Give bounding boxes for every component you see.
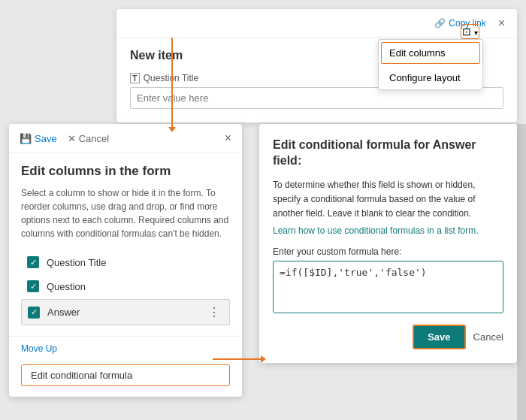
main-wrapper: 🔗 Copy link ⊡ ▾ × Edit columns Configure… bbox=[0, 0, 526, 420]
formula-footer: Save Cancel bbox=[273, 325, 503, 349]
column-item-question: Question bbox=[21, 275, 230, 298]
formula-save-button[interactable]: Save bbox=[413, 325, 465, 349]
formula-link[interactable]: Learn how to use conditional formulas in… bbox=[273, 224, 503, 237]
edit-conditional-formula-box[interactable]: Edit conditional formula bbox=[21, 364, 230, 386]
close-button[interactable]: × bbox=[494, 15, 509, 32]
edit-columns-panel: 💾 Save ✕ Cancel × Edit columns in the fo… bbox=[9, 124, 242, 397]
move-up-button[interactable]: Move Up bbox=[21, 343, 57, 354]
dropdown-item-configure-layout[interactable]: Configure layout bbox=[379, 66, 482, 89]
dropdown-item-edit-columns[interactable]: Edit columns bbox=[381, 42, 480, 64]
formula-cancel-button[interactable]: Cancel bbox=[473, 331, 503, 343]
dropdown-menu: Edit columns Configure layout bbox=[378, 39, 483, 90]
close-icon: × bbox=[498, 17, 505, 29]
link-icon: 🔗 bbox=[434, 18, 446, 29]
new-item-panel: 🔗 Copy link ⊡ ▾ × Edit columns Configure… bbox=[116, 9, 517, 122]
edit-columns-header: 💾 Save ✕ Cancel × bbox=[9, 124, 242, 153]
t-icon: T bbox=[130, 73, 140, 83]
edit-columns-title: Edit columns in the form bbox=[21, 164, 230, 179]
panel-icon: ⊡ bbox=[462, 26, 471, 38]
edit-columns-desc: Select a column to show or hide it in th… bbox=[21, 186, 230, 240]
panel-header-bar: 🔗 Copy link ⊡ ▾ × bbox=[116, 9, 517, 38]
checkbox-question-title[interactable] bbox=[27, 256, 39, 268]
save-button[interactable]: 💾 Save bbox=[20, 133, 57, 144]
panel-divider-strip bbox=[517, 124, 526, 420]
close-icon: × bbox=[225, 131, 231, 144]
column-list: Question Title Question Answer ⋮ bbox=[21, 251, 230, 325]
dropdown-item-label: Configure layout bbox=[389, 72, 461, 83]
question-title-input[interactable] bbox=[130, 87, 503, 109]
checkbox-question[interactable] bbox=[27, 280, 39, 292]
column-name-question-title: Question Title bbox=[47, 257, 224, 268]
ellipsis-button[interactable]: ⋮ bbox=[205, 305, 223, 319]
column-item-answer: Answer ⋮ bbox=[21, 299, 230, 325]
chevron-down-icon: ▾ bbox=[474, 29, 478, 37]
save-icon: 💾 bbox=[20, 133, 32, 144]
checkbox-answer[interactable] bbox=[28, 307, 40, 319]
panel-close-button[interactable]: × bbox=[225, 131, 231, 145]
dropdown-item-label: Edit columns bbox=[389, 47, 445, 59]
column-name-question: Question bbox=[47, 281, 224, 292]
edit-columns-icon-group[interactable]: ⊡ ▾ bbox=[461, 24, 479, 39]
connector-arrow-vertical bbox=[171, 38, 173, 128]
formula-textarea[interactable]: =if([$ID],'true','false') bbox=[273, 261, 503, 313]
move-up-area: Move Up bbox=[9, 336, 242, 360]
column-item-question-title: Question Title bbox=[21, 251, 230, 273]
cancel-icon: ✕ bbox=[68, 133, 76, 144]
edit-formula-label: Edit conditional formula bbox=[31, 370, 132, 381]
edit-columns-body: Edit columns in the form Select a column… bbox=[9, 153, 242, 336]
formula-input-label: Enter your custom formula here: bbox=[273, 246, 503, 257]
connector-arrow-horizontal bbox=[213, 358, 261, 360]
cancel-button[interactable]: ✕ Cancel bbox=[68, 133, 109, 144]
formula-desc: To determine whether this field is shown… bbox=[273, 178, 503, 222]
formula-panel: Edit conditional formula for Answer fiel… bbox=[259, 124, 517, 363]
column-name-answer: Answer bbox=[47, 307, 198, 318]
formula-title: Edit conditional formula for Answer fiel… bbox=[273, 137, 503, 169]
